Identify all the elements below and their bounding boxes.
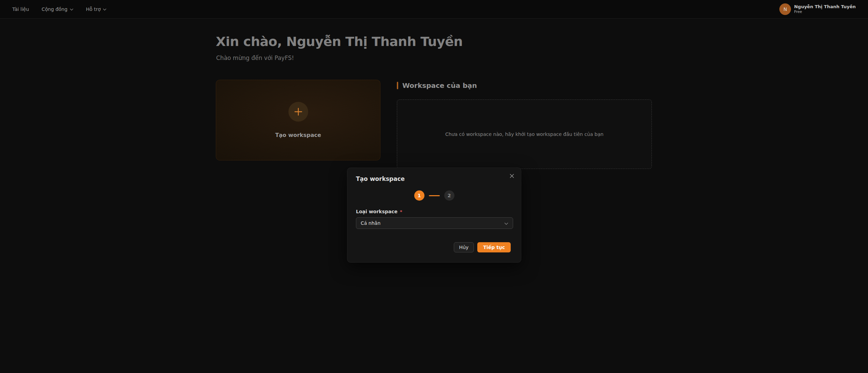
close-button[interactable] xyxy=(507,172,516,181)
workspace-type-label: Loại workspace * xyxy=(356,209,512,214)
plus-icon xyxy=(288,102,308,122)
step-2: 2 xyxy=(444,190,454,201)
step-connector xyxy=(429,195,440,196)
nav-item-support[interactable]: Hỗ trợ xyxy=(86,6,106,12)
chevron-down-icon xyxy=(504,220,508,227)
modal-title: Tạo workspace xyxy=(356,175,512,182)
user-plan-badge: Free xyxy=(794,10,856,14)
field-label-text: Loại workspace xyxy=(356,209,398,214)
cancel-button[interactable]: Hủy xyxy=(454,242,474,252)
user-menu[interactable]: N Nguyễn Thị Thanh Tuyền Free xyxy=(779,3,856,15)
create-workspace-modal: Tạo workspace 1 2 Loại workspace * Cá nh… xyxy=(347,168,521,263)
main-nav: Tài liệu Cộng đồng Hỗ trợ xyxy=(12,6,106,12)
workspace-section-header: Workspace của bạn xyxy=(397,81,477,90)
modal-footer: Hủy Tiếp tục xyxy=(454,242,511,252)
workspace-empty-state: Chưa có workspace nào, hãy khởi tạo work… xyxy=(397,99,652,169)
welcome-subtitle: Chào mừng đến với PayFS! xyxy=(216,55,294,61)
user-name: Nguyễn Thị Thanh Tuyền xyxy=(794,4,856,10)
nav-item-label: Tài liệu xyxy=(12,6,29,12)
required-asterisk: * xyxy=(400,209,402,214)
avatar: N xyxy=(779,3,791,15)
page-title: Xin chào, Nguyễn Thị Thanh Tuyền xyxy=(216,34,463,49)
chevron-down-icon xyxy=(103,9,106,11)
user-meta: Nguyễn Thị Thanh Tuyền Free xyxy=(794,4,856,14)
avatar-initial: N xyxy=(783,6,787,12)
create-workspace-card[interactable]: Tạo workspace xyxy=(216,80,380,160)
nav-item-label: Hỗ trợ xyxy=(86,6,101,12)
continue-button[interactable]: Tiếp tục xyxy=(477,242,511,252)
nav-item-label: Cộng đồng xyxy=(42,6,68,12)
step-indicator: 1 2 xyxy=(356,190,512,201)
nav-item-community[interactable]: Cộng đồng xyxy=(42,6,73,12)
workspace-section-title: Workspace của bạn xyxy=(402,81,477,90)
create-workspace-label: Tạo workspace xyxy=(275,132,321,138)
top-navigation-bar: Tài liệu Cộng đồng Hỗ trợ N Nguyễn Thị T… xyxy=(0,0,868,19)
chevron-down-icon xyxy=(70,9,73,11)
workspace-type-select[interactable]: Cá nhân xyxy=(356,217,513,229)
step-1: 1 xyxy=(414,190,424,201)
nav-item-docs[interactable]: Tài liệu xyxy=(12,6,29,12)
accent-bar xyxy=(397,82,398,89)
close-icon xyxy=(510,174,514,179)
empty-state-text: Chưa có workspace nào, hãy khởi tạo work… xyxy=(445,131,603,137)
select-value: Cá nhân xyxy=(361,220,380,226)
